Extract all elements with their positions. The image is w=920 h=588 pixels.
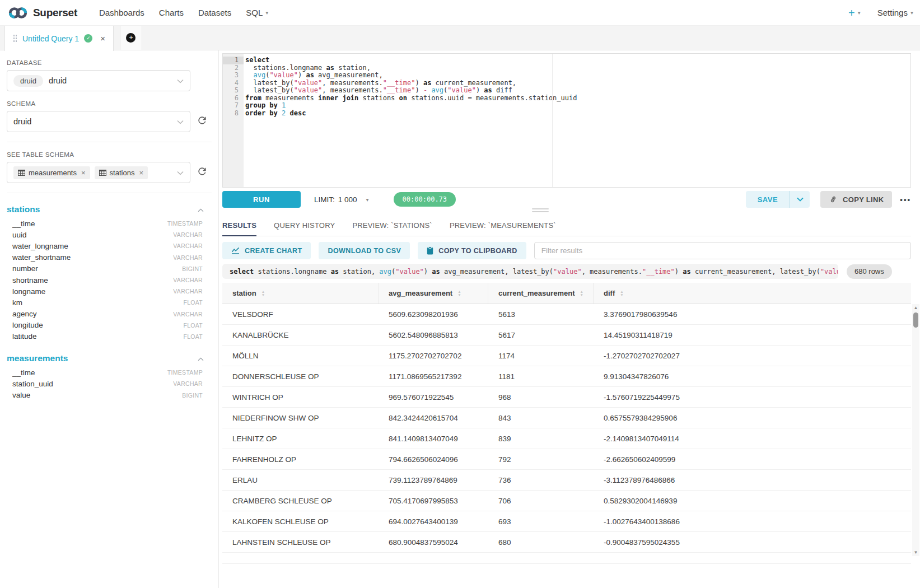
column-header-diff[interactable]: diff▲▼ [594,283,911,304]
run-query-button[interactable]: RUN [222,191,301,208]
table-row[interactable]: KANALBRÜCKE5602.548096885813561714.45190… [222,325,911,346]
sort-icon[interactable]: ▲▼ [261,290,265,296]
table-row[interactable]: VELSDORF5609.62309820193656133.376901798… [222,304,911,325]
chevron-up-icon [198,353,204,363]
line-chart-icon [231,247,240,254]
database-value: druid [49,76,67,85]
refresh-schemas-icon[interactable] [197,115,208,128]
scroll-down-icon[interactable]: ▼ [912,549,919,556]
copy-to-clipboard-button[interactable]: COPY TO CLIPBOARD [418,242,526,259]
column-header-avg-measurement[interactable]: avg_measurement▲▼ [379,283,488,304]
pane-resize-handle[interactable] [532,208,549,214]
plus-circle-icon: + [126,33,136,43]
chevron-down-icon: ▾ [858,10,861,16]
editor-gutter: 12345678 [223,54,244,187]
table-row[interactable]: LAHNSTEIN SCHLEUSE OP680.900483759502468… [222,532,911,553]
tab-untitled-query[interactable]: Untitled Query 1 ✓ × [4,26,114,51]
scrollbar-thumb[interactable] [913,312,918,328]
remove-table-icon[interactable]: × [81,169,86,177]
results-tab-preview-measurements[interactable]: PREVIEW: `MEASUREMENTS` [450,221,556,236]
table-section-header-measurements[interactable]: measurements [7,351,218,367]
table-row[interactable]: MÖLLN1175.27027027027021174-1.2702702702… [222,346,911,366]
database-select[interactable]: druid druid [7,70,190,91]
table-row[interactable]: KALKOFEN SCHLEUSE OP694.0027643400139693… [222,511,911,532]
table-schema-select[interactable]: measurements×stations× [7,162,190,183]
nav-item-datasets[interactable]: Datasets [191,8,239,17]
filter-results-input[interactable] [534,242,911,259]
column-header-station[interactable]: station▲▼ [222,283,379,304]
schema-select[interactable]: druid [7,111,190,132]
chevron-down-icon: ▾ [910,10,913,16]
editor-code[interactable]: select stations.longname as station, avg… [244,54,577,187]
selected-table-pill-measurements[interactable]: measurements× [13,166,90,179]
table-row[interactable]: ERLAU739.1123789764869736-3.112378976486… [222,470,911,491]
chevron-down-icon: ▾ [265,10,268,16]
table-row[interactable]: DONNERSCHLEUSE OP1171.086956521739211819… [222,366,911,387]
more-options-button[interactable]: ••• [900,195,911,204]
table-row[interactable]: LEHNITZ OP841.1409813407049839-2.1409813… [222,428,911,449]
table-header-row: station▲▼avg_measurement▲▼current_measur… [222,283,911,304]
row-count-badge: 680 rows [847,264,892,279]
table-row[interactable]: CRAMBERG SCHLEUSE OP705.4170697995853706… [222,491,911,511]
results-tab-query-history[interactable]: QUERY HISTORY [274,221,335,236]
sort-icon[interactable]: ▲▼ [457,290,461,296]
divider [7,193,212,193]
create-chart-button[interactable]: CREATE CHART [222,242,311,259]
schema-label: SCHEMA [7,100,218,107]
database-label: DATABASE [7,59,218,66]
editor-toolbar: RUN LIMIT: 1 000 ▾ 00:00:00.73 SAVE [222,189,911,209]
save-button[interactable]: SAVE [746,191,790,208]
table-row[interactable]: NIEDERFINOW SHW OP842.34244206157048430.… [222,408,911,428]
executed-query-preview[interactable]: select stations.longname as station, avg… [222,264,838,279]
table-row[interactable]: WINTRICH OP969.576071922545968-1.5760719… [222,387,911,408]
scroll-up-icon[interactable]: ▲ [912,304,919,311]
column-row-water-longname: water_longnameVARCHAR [7,240,218,251]
table-empty-row [222,553,911,564]
limit-label: LIMIT: [314,195,335,204]
settings-menu-button[interactable]: Settings ▾ [877,8,913,17]
results-tab-preview-stations[interactable]: PREVIEW: `STATIONS` [352,221,432,236]
column-row-uuid: uuidVARCHAR [7,229,218,240]
new-item-menu-button[interactable]: + ▾ [848,7,861,18]
sql-lab-page: Superset DashboardsChartsDatasetsSQL▾ + … [0,0,920,588]
sort-icon[interactable]: ▲▼ [580,290,583,296]
save-split-button: SAVE [746,191,810,208]
copy-link-button[interactable]: COPY LINK [820,191,892,208]
close-tab-icon[interactable]: × [100,34,105,43]
tab-label: Untitled Query 1 [22,34,79,43]
save-options-button[interactable] [790,191,810,208]
download-to-csv-button[interactable]: DOWNLOAD TO CSV [319,242,410,259]
chevron-down-icon [177,76,184,86]
link-icon [829,195,838,204]
column-header-current-measurement[interactable]: current_measurement▲▼ [488,283,594,304]
clipboard-icon [427,246,433,255]
query-timer-badge: 00:00:00.73 [394,192,456,207]
brand-name: Superset [33,7,77,19]
table-row[interactable]: FAHRENHOLZ OP794.6626506024096792-2.6626… [222,449,911,470]
refresh-tables-icon[interactable] [197,166,208,179]
chevron-down-icon [177,167,184,178]
selected-table-pill-stations[interactable]: stations× [95,166,148,179]
query-tab-bar: Untitled Query 1 ✓ × + [0,26,920,50]
sql-editor[interactable]: 12345678 select stations.longname as sta… [222,53,911,188]
limit-value: 1 000 [338,195,357,204]
nav-item-sql[interactable]: SQL▾ [239,8,275,17]
table-section-header-stations[interactable]: stations [7,202,218,218]
nav-item-charts[interactable]: Charts [152,8,191,17]
superset-home-link[interactable]: Superset [8,6,77,20]
plus-icon: + [848,7,855,18]
new-tab-button[interactable]: + [120,26,142,50]
column-row-water-shortname: water_shortnameVARCHAR [7,252,218,263]
database-type-pill: druid [13,75,43,87]
results-tab-results[interactable]: RESULTS [222,221,256,236]
table-schema-section-measurements: measurements__timeTIMESTAMPstation_uuidV… [7,351,218,401]
results-actions: CREATE CHARTDOWNLOAD TO CSVCOPY TO CLIPB… [222,242,911,259]
remove-table-icon[interactable]: × [139,169,143,177]
table-scrollbar[interactable]: ▲ ▼ [912,304,919,556]
nav-item-dashboards[interactable]: Dashboards [92,8,152,17]
limit-dropdown[interactable]: LIMIT: 1 000 ▾ [314,195,369,204]
results-tab-bar: RESULTSQUERY HISTORYPREVIEW: `STATIONS`P… [222,216,911,236]
column-row-shortname: shortnameVARCHAR [7,274,218,286]
sort-icon[interactable]: ▲▼ [620,290,623,296]
drag-dots-icon [13,34,17,43]
